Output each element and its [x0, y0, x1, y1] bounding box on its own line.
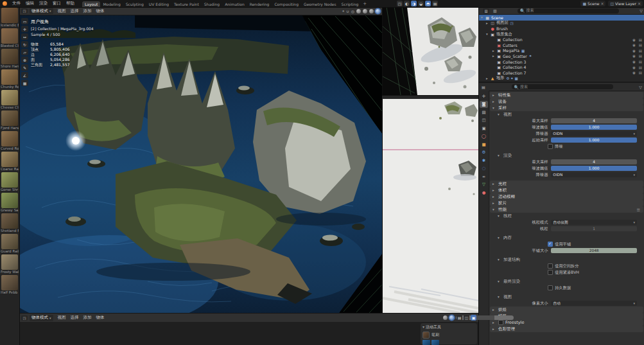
- tool-panel-title[interactable]: ▾ 活动工具: [422, 324, 475, 330]
- overlays-icon[interactable]: ▤: [457, 315, 462, 321]
- measure-tool[interactable]: ∠: [21, 72, 28, 78]
- Half Pebb[interactable]: Half Pebb: [0, 275, 19, 294]
- outliner-row-cutters[interactable]: ▣ Cutters ◉ ▤: [479, 42, 644, 48]
- viewport-menu[interactable]: 物体: [96, 8, 105, 14]
- asset-thumbnail[interactable]: [1, 254, 18, 270]
- asset-thumbnail[interactable]: [1, 275, 18, 290]
- shading-material-icon[interactable]: [369, 9, 374, 13]
- overlays-icon[interactable]: ▤: [432, 1, 438, 6]
- rotate-tool[interactable]: ↻: [21, 41, 28, 48]
- Shore Han[interactable]: Shore Han: [0, 49, 19, 68]
- tool-tab[interactable]: ✛: [480, 93, 488, 100]
- disable-in-render-icon[interactable]: ▤: [639, 66, 642, 69]
- editor-type-icon[interactable]: ◳: [397, 1, 403, 6]
- bottom-editor-menu[interactable]: 选择: [71, 315, 79, 321]
- data-tab[interactable]: ▽: [480, 181, 488, 188]
- viewport-menu[interactable]: 视图: [58, 8, 66, 14]
- Cheese Cli[interactable]: Cheese Cli: [0, 90, 19, 109]
- shading-material-icon[interactable]: ◒: [418, 1, 424, 6]
- property-slider[interactable]: 1: [551, 226, 637, 231]
- asset-thumbnail[interactable]: [1, 234, 18, 249]
- property-dropdown[interactable]: 自动侦测 ▾: [551, 220, 637, 225]
- property-checkbox[interactable]: 持久数据: [548, 285, 571, 291]
- Chunky Ro[interactable]: Chunky Ro: [0, 69, 19, 89]
- property-checkbox[interactable]: 使用平铺: [548, 242, 571, 247]
- shading-solid-icon[interactable]: ◑: [411, 1, 417, 6]
- hide-in-viewport-icon[interactable]: ◉: [632, 71, 636, 75]
- move-tool[interactable]: ↔: [21, 33, 28, 40]
- property-slider[interactable]: 4: [551, 159, 637, 164]
- outliner-row-geo-scatter[interactable]: ▸ ▣ Geo_Scatter ✦ ◉ ▤: [479, 53, 644, 59]
- disable-in-render-icon[interactable]: ▤: [639, 71, 642, 75]
- property-slider[interactable]: 1.000: [551, 137, 637, 143]
- property-checkbox[interactable]: 使用紧凑BVH: [548, 270, 579, 276]
- scene-selector[interactable]: ▦ Scene ✕: [580, 1, 605, 6]
- asset-thumbnail[interactable]: [1, 49, 18, 64]
- property-dropdown[interactable]: OIDN ▾: [551, 172, 637, 177]
- hide-in-viewport-icon[interactable]: ◉: [632, 43, 636, 47]
- workspace-tab[interactable]: Compositing: [272, 1, 301, 7]
- property-dropdown[interactable]: 自动 ▾: [551, 301, 637, 306]
- view-layer-selector[interactable]: ◫ View Layer ✕: [608, 1, 643, 6]
- Blasted Cli[interactable]: Blasted Cli: [0, 28, 19, 48]
- filter-icon[interactable]: ▽: [640, 8, 643, 13]
- Icelandic B[interactable]: Icelandic B: [0, 8, 19, 27]
- bottom-editor-area[interactable]: ▾ 活动工具 笔刷: [19, 321, 478, 345]
- mode-selector[interactable]: 物体模式 ▾: [30, 8, 53, 14]
- asset-preview[interactable]: [431, 340, 439, 345]
- asset-view-icon[interactable]: ▣: [471, 315, 476, 321]
- outliner-search-input[interactable]: 🔍 搜索: [518, 8, 619, 13]
- add-cube-tool[interactable]: ▦: [21, 80, 28, 86]
- main-3d-viewport[interactable]: ◳ 物体模式 ▾ 视图选择添加物体 ⌖ ∪ ◎: [19, 7, 382, 313]
- workspace-tab[interactable]: Rendering: [247, 1, 272, 7]
- object-tab[interactable]: ■: [480, 141, 488, 148]
- property-dropdown[interactable]: OIDN ▾: [551, 131, 637, 136]
- asset-thumbnail[interactable]: [1, 152, 18, 167]
- Fjord Hars[interactable]: Fjord Hars: [0, 111, 19, 130]
- property-slider[interactable]: 4: [551, 118, 637, 123]
- property-slider[interactable]: 1.000: [551, 166, 637, 171]
- topbar-menu[interactable]: 窗口: [50, 1, 64, 6]
- Coarse Ra[interactable]: Coarse Ra: [0, 152, 19, 171]
- filter-icon[interactable]: ▽: [639, 85, 642, 89]
- scene-unlink-icon[interactable]: ✕: [600, 1, 604, 6]
- secondary-viewport-top[interactable]: [382, 7, 479, 95]
- asset-thumbnail[interactable]: [1, 8, 18, 23]
- hide-in-viewport-icon[interactable]: ◉: [632, 38, 636, 42]
- outliner-row-scene-collection[interactable]: ▾ ▣ 场景集合: [479, 31, 644, 37]
- constraints-tab[interactable]: ∞: [480, 173, 488, 180]
- outliner-row-collection[interactable]: ▣ Collection ◉ ▤: [479, 37, 644, 42]
- hide-in-viewport-icon[interactable]: ◉: [632, 60, 636, 64]
- bottom-mode-selector[interactable]: 物体模式 ▾: [30, 315, 53, 321]
- select-box-tool[interactable]: ▭: [21, 18, 28, 24]
- asset-thumbnail[interactable]: [1, 213, 18, 229]
- viewport-menu[interactable]: 选择: [71, 8, 79, 14]
- material-tab[interactable]: ●: [480, 189, 488, 196]
- bottom-editor-menu[interactable]: 视图: [58, 315, 66, 321]
- topbar-menu[interactable]: 文件: [10, 1, 23, 6]
- outliner-row-collection-7[interactable]: ▣ Collection 7 ◉ ▤: [479, 70, 644, 76]
- preset-menu-icon[interactable]: ☰: [637, 208, 640, 212]
- disable-in-render-icon[interactable]: ▤: [639, 43, 642, 47]
- shading-wireframe-icon[interactable]: ◐: [404, 1, 410, 6]
- workspace-tab[interactable]: Geometry Nodes: [301, 1, 339, 7]
- Guard Rail[interactable]: Guard Rail: [0, 234, 19, 253]
- blender-logo-icon[interactable]: [3, 1, 7, 6]
- shading-rendered-icon[interactable]: ◓: [425, 1, 431, 6]
- scale-tool[interactable]: ▱: [21, 49, 28, 55]
- workspace-tab[interactable]: Modeling: [100, 1, 123, 7]
- workspace-tab[interactable]: Shading: [202, 1, 222, 7]
- render-tab[interactable]: ◙: [480, 101, 488, 108]
- shading-wireframe-icon[interactable]: [356, 9, 361, 13]
- bottom-editor-menu[interactable]: 添加: [83, 315, 92, 321]
- asset-thumbnail[interactable]: [1, 111, 18, 126]
- view-layer-remove-icon[interactable]: ✕: [638, 1, 641, 6]
- disable-in-render-icon[interactable]: ▤: [639, 38, 642, 42]
- hide-in-viewport-icon[interactable]: ◉: [632, 49, 636, 53]
- property-checkbox[interactable]: 使用空间拆分: [548, 263, 579, 269]
- property-checkbox[interactable]: 降噪: [548, 144, 562, 150]
- topbar-menu[interactable]: 渲染: [37, 1, 50, 6]
- sidebar-toggle-icon[interactable]: ◫: [464, 315, 469, 321]
- shading-rendered-icon[interactable]: [376, 9, 380, 13]
- shading-solid-icon[interactable]: [363, 9, 367, 13]
